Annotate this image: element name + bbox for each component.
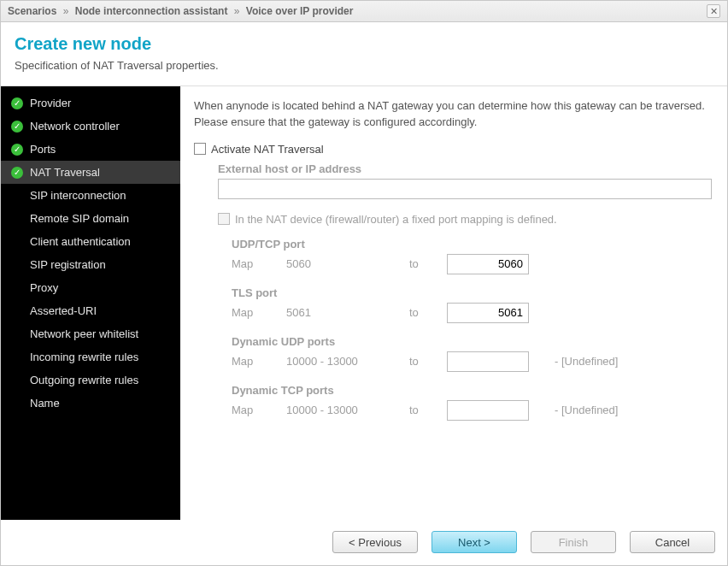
breadcrumb-separator: » [231, 5, 244, 17]
sidebar-item-label: Outgoing rewrite rules [30, 374, 138, 386]
sidebar-item-nat-traversal[interactable]: ✓ NAT Traversal [1, 161, 180, 184]
undefined-suffix: - [Undefined] [555, 404, 618, 416]
sidebar-item-ports[interactable]: ✓ Ports [1, 138, 180, 161]
content-pane: When anynode is located behind a NAT gat… [180, 86, 727, 520]
dynamic-udp-row: Map 10000 - 13000 to - [Undefined] [232, 351, 712, 372]
sidebar-item-label: SIP registration [30, 258, 106, 271]
check-icon: ✓ [11, 97, 23, 109]
tls-port-row: Map 5061 to [232, 303, 712, 323]
cancel-button[interactable]: Cancel [630, 531, 715, 553]
fixed-mapping-row: In the NAT device (firewall/router) a fi… [218, 213, 712, 226]
header-area: Create new node Specification of NAT Tra… [1, 22, 727, 80]
to-label: to [409, 257, 426, 270]
dynamic-udp-src-range: 10000 - 13000 [286, 355, 389, 368]
sidebar-item-remote-sip-domain[interactable]: Remote SIP domain [1, 207, 180, 230]
sidebar-item-label: Client authentication [30, 235, 131, 248]
sidebar-item-label: SIP interconnection [30, 189, 126, 202]
sidebar-item-label: Remote SIP domain [30, 212, 129, 225]
to-label: to [409, 306, 426, 319]
map-label: Map [232, 257, 266, 270]
bullet-icon [11, 259, 23, 271]
bullet-icon [11, 351, 23, 363]
tls-port-section: TLS port Map 5061 to [232, 286, 712, 323]
udp-tcp-src-port: 5060 [286, 257, 389, 270]
finish-button[interactable]: Finish [531, 531, 616, 553]
bullet-icon [11, 305, 23, 317]
bullet-icon [11, 190, 23, 202]
bullet-icon [11, 236, 23, 248]
sidebar-item-label: NAT Traversal [30, 166, 100, 179]
sidebar-item-asserted-uri[interactable]: Asserted-URI [1, 299, 180, 322]
fixed-mapping-label: In the NAT device (firewall/router) a fi… [235, 213, 557, 226]
tls-dst-port-input[interactable] [447, 303, 529, 323]
sidebar-item-sip-registration[interactable]: SIP registration [1, 253, 180, 276]
map-label: Map [232, 306, 266, 319]
bullet-icon [11, 374, 23, 386]
sidebar-item-label: Incoming rewrite rules [30, 351, 138, 363]
sidebar-item-label: Ports [30, 143, 56, 156]
titlebar: Scenarios » Node interconnection assista… [1, 1, 727, 22]
map-label: Map [232, 404, 266, 416]
bullet-icon [11, 213, 23, 225]
previous-button[interactable]: < Previous [332, 531, 418, 553]
intro-text: When anynode is located behind a NAT gat… [194, 98, 712, 131]
tls-port-title: TLS port [232, 286, 712, 299]
sidebar-item-network-controller[interactable]: ✓ Network controller [1, 115, 180, 138]
sidebar-item-provider[interactable]: ✓ Provider [1, 91, 180, 115]
sidebar-item-label: Proxy [30, 281, 58, 294]
dynamic-tcp-title: Dynamic TCP ports [232, 384, 712, 397]
breadcrumb-part-2: Node interconnection assistant [75, 5, 228, 17]
wizard-sidebar: ✓ Provider ✓ Network controller ✓ Ports … [1, 86, 180, 520]
fixed-mapping-checkbox[interactable] [218, 213, 230, 225]
bullet-icon [11, 398, 23, 410]
check-icon: ✓ [11, 144, 23, 156]
close-icon: ✕ [710, 6, 718, 17]
external-host-block: External host or IP address [218, 162, 712, 199]
breadcrumb-part-3: Voice over IP provider [246, 5, 354, 17]
page-subtitle: Specification of NAT Traversal propertie… [15, 59, 713, 72]
udp-tcp-port-row: Map 5060 to [232, 254, 712, 274]
udp-tcp-port-section: UDP/TCP port Map 5060 to [232, 238, 712, 274]
check-icon: ✓ [11, 167, 23, 179]
sidebar-item-name[interactable]: Name [1, 392, 180, 415]
sidebar-item-incoming-rewrite-rules[interactable]: Incoming rewrite rules [1, 345, 180, 368]
sidebar-item-label: Asserted-URI [30, 304, 97, 317]
udp-tcp-port-title: UDP/TCP port [232, 238, 712, 251]
breadcrumb-part-1: Scenarios [8, 5, 56, 17]
next-button[interactable]: Next > [432, 531, 517, 553]
breadcrumb: Scenarios » Node interconnection assista… [8, 5, 353, 17]
external-host-input[interactable] [218, 179, 712, 199]
page-title: Create new node [15, 34, 713, 54]
sidebar-item-outgoing-rewrite-rules[interactable]: Outgoing rewrite rules [1, 368, 180, 392]
body: ✓ Provider ✓ Network controller ✓ Ports … [1, 86, 727, 520]
dynamic-tcp-ports-section: Dynamic TCP ports Map 10000 - 13000 to -… [232, 384, 712, 421]
to-label: to [409, 404, 426, 416]
sidebar-item-label: Name [30, 397, 60, 410]
dynamic-udp-dst-input[interactable] [447, 351, 529, 372]
undefined-suffix: - [Undefined] [555, 355, 618, 368]
bullet-icon [11, 282, 23, 294]
sidebar-item-client-authentication[interactable]: Client authentication [1, 230, 180, 253]
sidebar-item-proxy[interactable]: Proxy [1, 276, 180, 299]
breadcrumb-separator: » [60, 5, 73, 17]
wizard-footer: < Previous Next > Finish Cancel [1, 520, 727, 565]
sidebar-item-label: Network peer whitelist [30, 327, 138, 340]
check-icon: ✓ [11, 121, 23, 133]
dynamic-udp-ports-section: Dynamic UDP ports Map 10000 - 13000 to -… [232, 335, 712, 372]
activate-nat-checkbox[interactable] [194, 143, 206, 155]
dynamic-tcp-dst-input[interactable] [447, 400, 529, 421]
activate-nat-row: Activate NAT Traversal [194, 143, 712, 156]
dynamic-tcp-src-range: 10000 - 13000 [286, 404, 389, 416]
map-label: Map [232, 355, 266, 368]
sidebar-item-network-peer-whitelist[interactable]: Network peer whitelist [1, 322, 180, 345]
dynamic-udp-title: Dynamic UDP ports [232, 335, 712, 348]
to-label: to [409, 355, 426, 368]
udp-tcp-dst-port-input[interactable] [447, 254, 529, 274]
external-host-label: External host or IP address [218, 162, 712, 175]
bullet-icon [11, 328, 23, 340]
close-button[interactable]: ✕ [707, 4, 720, 18]
tls-src-port: 5061 [286, 306, 389, 319]
activate-nat-label: Activate NAT Traversal [211, 143, 324, 156]
sidebar-item-sip-interconnection[interactable]: SIP interconnection [1, 184, 180, 207]
sidebar-item-label: Provider [30, 97, 71, 109]
